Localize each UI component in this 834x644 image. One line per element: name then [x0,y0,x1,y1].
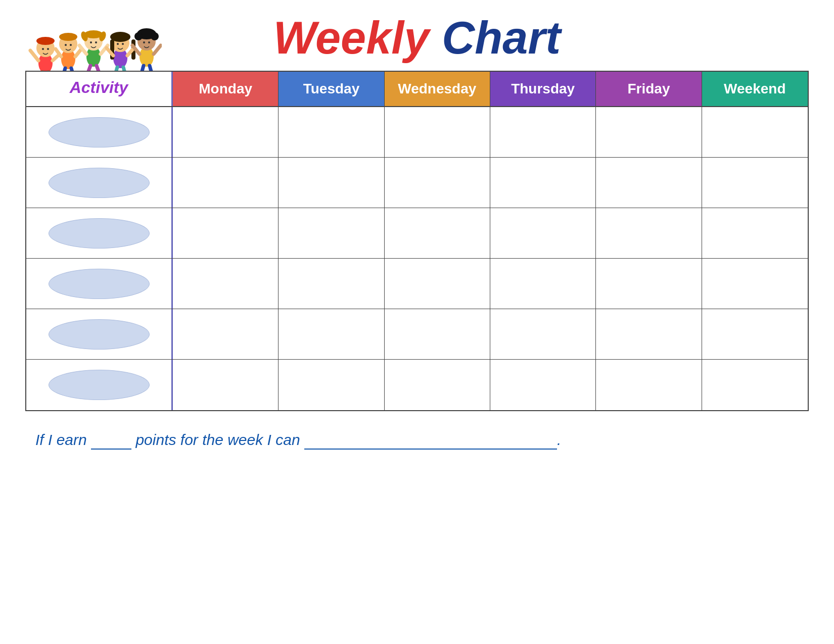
friday-header: Friday [596,72,702,106]
wednesday-header: Wednesday [385,72,490,106]
data-cell [279,107,384,157]
data-cell [490,107,596,157]
table-row [26,208,808,259]
activity-oval-cell-3 [26,208,173,258]
svg-point-21 [70,44,72,46]
activity-oval-cell-4 [26,259,173,309]
data-cell [385,309,490,359]
activity-oval-cell-2 [26,158,173,208]
data-cell [596,309,702,359]
thursday-header: Thursday [490,72,596,106]
data-cell [385,259,490,309]
data-cell [490,259,596,309]
svg-point-46 [117,43,119,45]
data-cell [490,208,596,258]
footer-part1: If I earn [35,431,87,448]
footer-text: If I earn points for the week I can . [35,431,561,448]
svg-point-60 [148,41,150,43]
data-cell [490,309,596,359]
table-row [26,259,808,309]
data-cell [279,208,384,258]
data-cell [702,158,808,208]
data-cell [385,208,490,258]
data-cell [702,259,808,309]
table-row [26,158,808,208]
svg-point-34 [95,41,97,43]
title-area: Weekly Chart [25,15,809,61]
chart-header: Activity Monday Tuesday Wednesday Thursd… [26,72,808,107]
svg-line-15 [75,49,81,57]
footer-blank-reward [304,431,557,450]
data-cell [279,158,384,208]
activity-oval-1 [49,117,150,147]
activity-oval-cell-1 [26,107,173,157]
footer-period: . [557,431,561,448]
svg-point-59 [143,41,145,43]
data-cell [490,360,596,410]
data-cell [279,360,384,410]
data-cell [173,208,279,258]
activity-oval-3 [49,218,150,249]
svg-point-51 [134,32,143,40]
title-weekly: Weekly [273,13,430,63]
data-cell [385,107,490,157]
svg-point-9 [42,48,44,50]
chart-data-rows [26,107,808,410]
data-cell [385,360,490,410]
footer-blank-points [91,431,131,450]
data-cell [490,158,596,208]
data-cell [173,107,279,157]
tuesday-header: Tuesday [279,72,384,106]
activity-label: Activity [70,78,128,97]
svg-point-33 [90,41,92,43]
data-cell [173,158,279,208]
svg-point-26 [84,30,103,38]
footer-section: If I earn points for the week I can . [25,431,809,450]
data-cell [596,259,702,309]
data-cell [279,259,384,309]
data-cell [702,107,808,157]
svg-point-20 [65,44,67,46]
weekend-header: Weekend [702,72,808,106]
svg-point-47 [122,43,124,45]
svg-point-13 [59,33,77,41]
svg-line-54 [154,45,161,54]
table-row [26,107,808,158]
data-cell [596,158,702,208]
svg-point-2 [36,37,55,45]
data-cell [173,309,279,359]
data-cell [702,309,808,359]
activity-oval-cell-5 [26,309,173,359]
svg-line-4 [53,56,58,61]
activity-header-cell: Activity [26,72,173,106]
svg-point-52 [151,32,159,40]
data-cell [702,208,808,258]
data-cell [173,360,279,410]
footer-part2: points for the week I can [135,431,300,448]
data-cell [173,259,279,309]
title-chart: Chart [442,13,561,63]
data-cell [596,208,702,258]
data-cell [596,107,702,157]
activity-oval-cell-6 [26,360,173,410]
monday-header: Monday [173,72,279,106]
data-cell [385,158,490,208]
svg-line-3 [30,51,38,61]
activity-oval-4 [49,269,150,299]
data-cell [279,309,384,359]
activity-oval-6 [49,370,150,400]
table-row [26,309,808,360]
data-cell [702,360,808,410]
data-cell [596,360,702,410]
svg-point-10 [47,48,49,50]
table-row [26,360,808,410]
activity-oval-2 [49,168,150,198]
weekly-chart: Activity Monday Tuesday Wednesday Thursd… [25,71,809,411]
activity-oval-5 [49,319,150,350]
